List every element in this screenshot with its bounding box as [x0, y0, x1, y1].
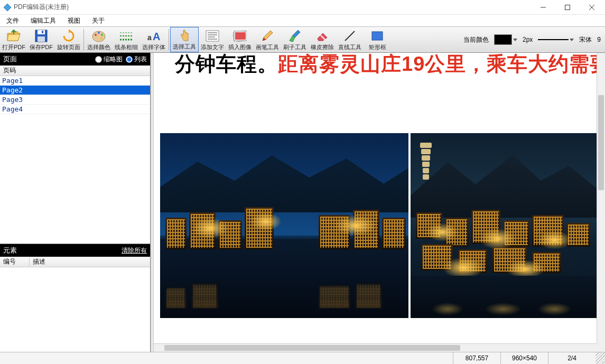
- elements-body: [0, 267, 150, 352]
- view-thumb-radio[interactable]: 缩略图: [95, 55, 123, 64]
- status-page: 2/4: [548, 352, 595, 364]
- select-tool-button[interactable]: 选择工具: [170, 27, 199, 52]
- svg-rect-2: [565, 5, 570, 10]
- view-list-radio[interactable]: 列表: [126, 55, 147, 64]
- font-icon: aA: [146, 29, 161, 43]
- menu-view[interactable]: 视图: [66, 15, 82, 26]
- menu-edit-tools[interactable]: 编辑工具: [29, 15, 58, 26]
- pen-tool-button[interactable]: 画笔工具: [254, 27, 281, 52]
- rect-icon: [370, 29, 385, 43]
- page-list[interactable]: Page1 Page2 Page3 Page4: [0, 76, 150, 244]
- page-row[interactable]: Page2: [0, 86, 150, 95]
- status-coords: 807,557: [453, 352, 500, 364]
- elements-panel: 元素 清除所有 编号 描述: [0, 244, 150, 352]
- toolbar-separator: [169, 29, 169, 50]
- svg-rect-20: [206, 31, 219, 41]
- image-icon: [232, 29, 247, 43]
- toolbar-separator: [83, 29, 84, 50]
- eraser-tool-button[interactable]: 橡皮擦除: [309, 27, 336, 52]
- folder-open-icon: [6, 29, 21, 43]
- pick-color-button[interactable]: 选择颜色: [85, 27, 113, 52]
- save-pdf-button[interactable]: 保存PDF: [27, 27, 55, 52]
- save-icon: [34, 29, 49, 43]
- photo-row: [160, 133, 597, 343]
- clear-all-link[interactable]: 清除所有: [122, 246, 147, 255]
- hand-point-icon: [177, 29, 192, 43]
- left-panel: 页面 缩略图 列表 页码 Page1 Page2 Page3 Page4 元素 …: [0, 53, 151, 352]
- title-bar: PDF编辑器(未注册): [0, 0, 605, 15]
- svg-rect-7: [38, 36, 45, 42]
- document-canvas[interactable]: 分钟车程。距离雾灵山庄19公里，乘车大约需要3: [154, 53, 597, 343]
- pen-tool-label: 画笔工具: [256, 43, 279, 51]
- stroke-sample[interactable]: [538, 34, 574, 45]
- elements-panel-title: 元素: [3, 246, 17, 255]
- document-text: 分钟车程。距离雾灵山庄19公里，乘车大约需要3: [175, 53, 597, 78]
- pick-font-button[interactable]: aA 选择字体: [140, 27, 167, 52]
- pages-column-header: 页码: [0, 66, 150, 76]
- menu-bar: 文件 编辑工具 视图 关于: [0, 15, 605, 26]
- resize-grip[interactable]: [595, 352, 605, 364]
- rotate-icon: [61, 29, 76, 43]
- document-image-2: [411, 133, 597, 318]
- main-area: 页面 缩略图 列表 页码 Page1 Page2 Page3 Page4 元素 …: [0, 53, 605, 352]
- horizontal-scrollbar[interactable]: [154, 343, 597, 352]
- font-name-label: 宋体: [579, 35, 592, 44]
- svg-line-29: [345, 31, 355, 41]
- save-pdf-label: 保存PDF: [30, 43, 53, 51]
- add-text-button[interactable]: 添加文字: [199, 27, 226, 52]
- vertical-scrollbar[interactable]: [597, 53, 605, 343]
- svg-text:A: A: [153, 31, 160, 42]
- pencil-icon: [260, 29, 275, 43]
- add-text-label: 添加文字: [201, 43, 224, 51]
- color-swatch[interactable]: [494, 34, 517, 45]
- select-tool-label: 选择工具: [173, 43, 196, 51]
- open-pdf-button[interactable]: 打开PDF: [0, 27, 27, 52]
- stroke-width-button[interactable]: 线条粗细: [113, 27, 140, 52]
- col-desc: 描述: [30, 257, 150, 266]
- page-row[interactable]: Page3: [0, 95, 150, 105]
- pick-color-label: 选择颜色: [87, 43, 110, 51]
- page-row[interactable]: Page4: [0, 105, 150, 114]
- pick-font-label: 选择字体: [142, 43, 165, 51]
- insert-image-label: 插入图像: [228, 43, 252, 51]
- close-button[interactable]: [580, 0, 604, 15]
- line-tool-label: 直线工具: [338, 43, 361, 51]
- eraser-icon: [315, 29, 330, 43]
- svg-text:a: a: [147, 33, 152, 42]
- svg-point-13: [101, 34, 103, 36]
- text-lines-icon: [205, 29, 220, 43]
- svg-point-11: [95, 34, 97, 36]
- pages-panel-header: 页面 缩略图 列表: [0, 53, 150, 66]
- page-row[interactable]: Page1: [0, 76, 150, 86]
- brush-tool-label: 刷子工具: [283, 43, 306, 51]
- rect-tool-label: 矩形框: [369, 43, 386, 51]
- svg-rect-6: [38, 30, 45, 34]
- rotate-page-label: 旋转页面: [57, 43, 80, 51]
- maximize-button[interactable]: [555, 0, 580, 15]
- svg-point-14: [100, 38, 103, 40]
- brush-tool-button[interactable]: 刷子工具: [281, 27, 309, 52]
- toolbar-right: 当前颜色 2px 宋体 9: [459, 27, 605, 52]
- svg-rect-28: [235, 32, 246, 40]
- lines-icon: [119, 29, 134, 43]
- line-tool-button[interactable]: 直线工具: [336, 27, 364, 52]
- eraser-tool-label: 橡皮擦除: [311, 43, 334, 51]
- insert-image-button[interactable]: 插入图像: [226, 27, 254, 52]
- palette-icon: [91, 29, 106, 43]
- open-pdf-label: 打开PDF: [2, 43, 25, 51]
- stroke-px-label: 2px: [523, 36, 533, 43]
- minimize-button[interactable]: [531, 0, 555, 15]
- scrollbar-corner: [597, 343, 605, 352]
- rect-tool-button[interactable]: 矩形框: [364, 27, 391, 52]
- pages-panel-title: 页面: [3, 54, 17, 64]
- elements-panel-header: 元素 清除所有: [0, 244, 150, 257]
- col-number: 编号: [0, 257, 30, 266]
- stroke-width-label: 线条粗细: [115, 43, 138, 51]
- current-color-label: 当前颜色: [463, 35, 489, 44]
- rotate-page-button[interactable]: 旋转页面: [55, 27, 82, 52]
- line-icon: [342, 29, 357, 43]
- menu-about[interactable]: 关于: [90, 15, 107, 26]
- menu-file[interactable]: 文件: [4, 15, 21, 26]
- svg-marker-0: [4, 4, 11, 11]
- svg-rect-30: [372, 32, 383, 40]
